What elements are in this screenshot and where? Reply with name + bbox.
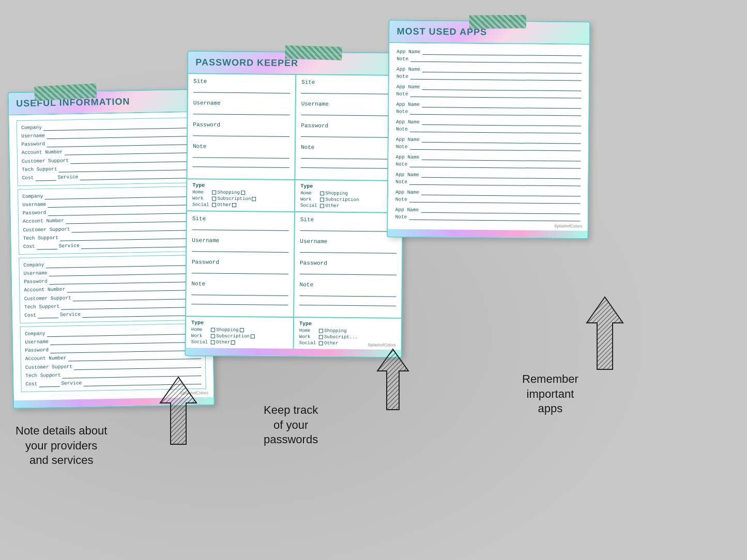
type-right-1: Type Home Work Social Shopping Subscript… [295, 180, 403, 213]
app-entry-6: App Name Note [396, 136, 581, 151]
app-entry-4: App Name Note [396, 101, 581, 116]
pw-username-r2: Username [300, 238, 397, 254]
app-entry-2: App Name Note [397, 66, 582, 81]
info-section-1: Company Username Password Account Number… [17, 117, 203, 186]
password-columns-2: Site Username Password Note Site [186, 211, 402, 319]
app-entry-3: App Name Note [397, 83, 582, 98]
app-entry-8: App Name Note [395, 171, 581, 186]
useful-information-card: USEFUL INFORMATION Company Username Pass… [8, 89, 215, 409]
pw-note-r1: Note [301, 144, 398, 169]
pw-note-2: Note [191, 281, 288, 305]
pw-site-2: Site [192, 215, 289, 231]
pw-site-1: Site [193, 78, 290, 94]
useful-info-body: Company Username Password Account Number… [9, 112, 214, 401]
arrow-apps [579, 292, 631, 375]
pw-password-2: Password [192, 259, 288, 274]
app-entry-5: App Name Note [396, 118, 581, 133]
svg-marker-1 [160, 377, 196, 444]
type-left-2: Type Home Work Social Shopping Subscript… [186, 317, 295, 349]
annotation-providers: Note details aboutyour providersand serv… [16, 424, 107, 468]
pw-username-2: Username [192, 237, 288, 253]
info-section-2: Company Username Password Account Number… [18, 186, 204, 255]
info-section-3: Company Username Password Account Number… [19, 255, 205, 323]
annotation-apps: Rememberimportantapps [522, 372, 578, 416]
type-left-1: Type Home Work Social Shopping Subscript… [187, 179, 296, 212]
pw-site-r1: Site [301, 79, 398, 95]
app-entry-1: App Name Note [397, 48, 582, 63]
password-columns: Site Username Password Note Site [187, 74, 403, 181]
washi-tape-apps [469, 15, 526, 29]
pw-note-1: Note [193, 143, 289, 168]
arrow-password [372, 345, 414, 412]
pw-col-right-2: Site Username Password Note [294, 212, 402, 319]
svg-marker-5 [587, 297, 623, 369]
arrow-useful [153, 372, 204, 449]
app-entry-7: App Name Note [395, 153, 581, 168]
apps-watermark: SplashofColors [554, 224, 582, 228]
pw-username-r1: Username [301, 101, 398, 116]
pw-site-r2: Site [300, 216, 397, 232]
pw-note-r2: Note [299, 282, 396, 306]
app-entry-9: App Name Note [395, 189, 581, 204]
washi-tape-password [285, 45, 342, 60]
pw-password-r1: Password [301, 122, 398, 138]
password-keeper-card: PASSWORD KEEPER Site Username Password N… [185, 51, 404, 358]
pw-password-1: Password [193, 121, 289, 137]
annotation-passwords: Keep trackof yourpasswords [264, 403, 318, 447]
pw-password-r2: Password [300, 260, 397, 275]
app-entry-10: App Name Note [395, 206, 580, 221]
apps-body: App Name Note App Name Note App Name Not… [388, 43, 589, 230]
pw-col-left-1: Site Username Password Note [187, 74, 296, 180]
type-row-1: Type Home Work Social Shopping Subscript… [187, 179, 403, 213]
apps-card: MOST USED APPS App Name Note App Name No… [387, 20, 590, 239]
pw-col-left-2: Site Username Password Note [186, 211, 295, 318]
svg-marker-3 [377, 349, 408, 410]
pw-username-1: Username [193, 100, 290, 115]
apps-footer-bar [388, 229, 587, 238]
